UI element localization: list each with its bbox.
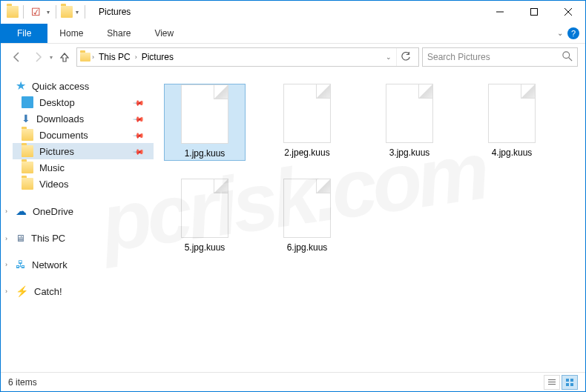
- sidebar-item-desktop[interactable]: Desktop 📌: [13, 94, 154, 110]
- quick-access-root[interactable]: ★ Quick access: [13, 78, 154, 94]
- sidebar-item-documents[interactable]: Documents 📌: [13, 127, 154, 143]
- address-dropdown-icon[interactable]: ⌄: [386, 53, 392, 61]
- up-button[interactable]: [56, 48, 73, 66]
- address-bar[interactable]: › This PC › Pictures ⌄: [76, 47, 419, 67]
- music-icon: [22, 162, 33, 173]
- sidebar-item-thispc[interactable]: › 🖥 This PC: [13, 230, 154, 246]
- recent-dropdown-icon[interactable]: ▾: [74, 9, 80, 16]
- quick-access-label: Quick access: [32, 81, 89, 92]
- file-icon: [283, 84, 331, 143]
- qat-separator: [85, 5, 85, 19]
- file-icon: [181, 84, 228, 144]
- minimize-icon: [496, 8, 504, 16]
- sidebar-item-onedrive[interactable]: › ☁ OneDrive: [13, 202, 154, 220]
- file-icon: [488, 84, 536, 143]
- chevron-right-icon[interactable]: ›: [92, 53, 94, 61]
- sidebar-item-videos[interactable]: Videos: [13, 176, 154, 192]
- content-area: ★ Quick access Desktop 📌 ⬇ Downloads 📌 D…: [1, 70, 585, 365]
- qat-separator: [23, 5, 24, 19]
- videos-icon: [22, 178, 33, 190]
- file-name: 4.jpg.kuus: [489, 146, 536, 159]
- icons-view-button[interactable]: [562, 375, 578, 390]
- view-mode-controls: [544, 375, 578, 390]
- sidebar-item-music[interactable]: Music: [13, 159, 154, 176]
- details-view-icon: [547, 378, 556, 387]
- close-button[interactable]: [551, 1, 585, 23]
- file-icon: [181, 179, 228, 238]
- file-list[interactable]: 1.jpg.kuus 2.jpeg.kuus 3.jpg.kuus 4.jpg.…: [157, 70, 585, 365]
- file-item[interactable]: 3.jpg.kuus: [369, 84, 450, 161]
- back-arrow-icon: [11, 51, 23, 63]
- maximize-button[interactable]: [517, 1, 551, 23]
- documents-icon: [22, 129, 33, 141]
- chevron-right-icon[interactable]: ›: [5, 261, 7, 268]
- tab-share[interactable]: Share: [95, 24, 142, 43]
- sidebar-item-pictures[interactable]: Pictures 📌: [13, 143, 154, 159]
- sidebar-item-label: Catch!: [34, 286, 62, 297]
- sidebar-item-label: This PC: [31, 233, 65, 244]
- recent-locations-icon[interactable]: ▾: [50, 54, 53, 61]
- address-folder-icon: [80, 53, 90, 62]
- file-name: 1.jpg.kuus: [182, 147, 228, 160]
- file-tab[interactable]: File: [1, 24, 47, 43]
- sidebar-item-catch[interactable]: › ⚡ Catch!: [13, 283, 154, 299]
- icons-view-icon: [565, 378, 574, 387]
- status-bar: 6 items: [1, 372, 585, 391]
- refresh-button[interactable]: [396, 48, 414, 66]
- details-view-button[interactable]: [544, 375, 560, 390]
- item-count: 6 items: [8, 377, 37, 388]
- sidebar-item-label: Pictures: [39, 146, 74, 157]
- sidebar-item-network[interactable]: › 🖧 Network: [13, 256, 154, 273]
- star-icon: ★: [16, 80, 26, 92]
- folder-icon: [61, 6, 73, 18]
- file-name: 2.jpeg.kuus: [281, 146, 332, 159]
- breadcrumb-thispc[interactable]: This PC: [96, 50, 134, 64]
- sidebar-item-label: Music: [39, 162, 65, 173]
- svg-rect-1: [531, 9, 538, 16]
- chevron-right-icon[interactable]: ›: [135, 53, 137, 61]
- svg-rect-6: [548, 379, 556, 380]
- refresh-icon: [401, 52, 411, 62]
- quick-access-toolbar: ☑ ▾ ▾: [7, 5, 88, 19]
- navigation-tree[interactable]: ★ Quick access Desktop 📌 ⬇ Downloads 📌 D…: [1, 70, 157, 365]
- file-item[interactable]: 4.jpg.kuus: [471, 84, 553, 161]
- back-button[interactable]: [8, 48, 26, 66]
- chevron-right-icon[interactable]: ›: [5, 235, 7, 242]
- sidebar-item-downloads[interactable]: ⬇ Downloads 📌: [13, 110, 154, 127]
- downloads-icon: ⬇: [22, 113, 30, 124]
- svg-line-5: [569, 57, 572, 60]
- file-name: 3.jpg.kuus: [386, 146, 433, 159]
- svg-rect-7: [548, 382, 556, 382]
- forward-button[interactable]: [29, 48, 47, 66]
- qat-dropdown-icon[interactable]: ▾: [45, 9, 51, 16]
- file-icon: [283, 179, 331, 238]
- catch-icon: ⚡: [16, 285, 28, 297]
- search-input[interactable]: Search Pictures: [422, 47, 578, 67]
- sidebar-item-label: Network: [32, 259, 68, 270]
- file-item[interactable]: 5.jpg.kuus: [164, 179, 246, 254]
- breadcrumb-pictures[interactable]: Pictures: [139, 50, 177, 64]
- file-item[interactable]: 6.jpg.kuus: [266, 179, 348, 254]
- file-item[interactable]: 1.jpg.kuus: [164, 84, 246, 161]
- ribbon-expand-icon[interactable]: ⌄: [557, 29, 563, 37]
- pictures-icon: [22, 145, 33, 157]
- desktop-icon: [22, 96, 33, 108]
- help-button[interactable]: ?: [567, 27, 579, 39]
- svg-rect-11: [566, 383, 569, 386]
- svg-rect-10: [570, 379, 573, 382]
- window-title: Pictures: [99, 7, 131, 17]
- sidebar-item-label: Downloads: [36, 113, 84, 124]
- tab-view[interactable]: View: [142, 24, 185, 43]
- ribbon: File Home Share View ⌄ ?: [1, 23, 585, 44]
- chevron-right-icon[interactable]: ›: [5, 207, 7, 215]
- tab-home[interactable]: Home: [47, 24, 95, 43]
- properties-icon[interactable]: ☑: [28, 6, 44, 18]
- file-item[interactable]: 2.jpeg.kuus: [266, 84, 348, 161]
- search-icon[interactable]: [562, 51, 573, 64]
- svg-rect-8: [548, 384, 556, 385]
- sidebar-item-label: Documents: [39, 130, 88, 141]
- svg-rect-9: [566, 379, 569, 382]
- forward-arrow-icon: [32, 51, 44, 63]
- minimize-button[interactable]: [483, 1, 517, 23]
- chevron-right-icon[interactable]: ›: [5, 288, 7, 295]
